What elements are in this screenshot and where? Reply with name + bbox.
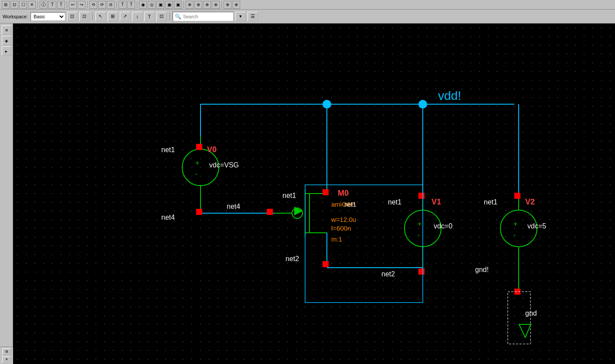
svg-text:M0: M0	[338, 189, 349, 197]
svg-text:net4: net4	[161, 214, 175, 221]
port-v1-top	[418, 193, 425, 199]
tb2-btn-3[interactable]: ↗	[120, 12, 130, 21]
sep3	[87, 1, 88, 8]
sep2	[67, 1, 67, 8]
svg-text:vdc=5: vdc=5	[527, 222, 546, 230]
workspace-select[interactable]: Basic	[31, 12, 65, 21]
tb-icon-2[interactable]: ⊡	[10, 1, 18, 9]
port-net4-left	[196, 209, 202, 215]
tb2-btn-1[interactable]: ⊡	[67, 12, 78, 21]
tb-icon-20[interactable]: ⊕	[224, 1, 231, 9]
svg-text:net1: net1	[282, 192, 296, 199]
tb-icon-15[interactable]: ▣	[174, 1, 182, 9]
search-icon: 🔍	[175, 14, 181, 20]
sep7	[221, 1, 222, 8]
left-btn-close[interactable]: ✕	[2, 25, 11, 35]
port-v0-top	[196, 144, 202, 150]
search-input[interactable]	[183, 14, 227, 19]
tb2-btn-select[interactable]: ↖	[95, 12, 106, 21]
port-net4-right	[267, 209, 273, 215]
sep1	[37, 1, 38, 8]
svg-text:net1: net1	[388, 198, 401, 206]
search-box: 🔍	[173, 12, 234, 21]
mosfet-boundary-box	[305, 185, 423, 303]
tb2-btn-5[interactable]: ⊡	[156, 12, 167, 21]
svg-text:-: -	[418, 231, 420, 238]
tb2-btn-2[interactable]: ⊡	[79, 12, 90, 21]
tb-icon-21[interactable]: ⊕	[232, 1, 240, 9]
tb-icon-11[interactable]: ◉	[139, 1, 147, 9]
svg-text:gnd: gnd	[525, 310, 537, 317]
svg-text:net2: net2	[381, 270, 395, 278]
svg-text:net4: net4	[227, 203, 240, 210]
svg-text:V0: V0	[207, 145, 217, 154]
workspace-label: Workspace:	[3, 14, 28, 19]
tb-icon-16[interactable]: ⊕	[186, 1, 194, 9]
junction-left	[323, 100, 331, 109]
toolbar-second: Workspace: Basic ⊡ ⊡ ↖ ⊞ ↗ ↕ T ⊡ 🔍 ▾ ☰	[0, 10, 615, 24]
port-m0-drain	[323, 189, 329, 195]
left-panel: ✕ ◈ ▸	[0, 24, 13, 364]
port-v1-bottom	[418, 269, 425, 275]
junction-right	[418, 100, 427, 109]
tb-icon-6[interactable]: T	[48, 1, 56, 9]
svg-text:vdc=0: vdc=0	[434, 222, 452, 230]
svg-text:gnd!: gnd!	[475, 266, 489, 273]
tb2-btn-move[interactable]: ⊞	[108, 12, 118, 21]
tb-icon-3[interactable]: ☐	[19, 1, 27, 9]
status-btn-1[interactable]: ⊞	[2, 348, 11, 355]
svg-text:m:1: m:1	[331, 235, 342, 243]
tb-icon-undo[interactable]: ↩	[69, 1, 77, 9]
tb-icon-19[interactable]: ⊕	[212, 1, 220, 9]
svg-text:+: +	[418, 220, 421, 228]
sep6	[183, 1, 184, 8]
svg-text:net1: net1	[484, 198, 497, 206]
tb-icon-13[interactable]: ▣	[156, 1, 164, 9]
svg-text:+: +	[195, 159, 199, 167]
left-btn-1[interactable]: ◈	[2, 36, 11, 45]
search-dropdown[interactable]: ▾	[235, 12, 246, 21]
port-v2-top	[514, 193, 520, 199]
svg-text:-: -	[513, 231, 516, 238]
tb-icon-14[interactable]: ▣	[165, 1, 173, 9]
svg-text:net1: net1	[161, 146, 175, 153]
tb-icon-12[interactable]: ◎	[148, 1, 156, 9]
svg-text:vdc=VSG: vdc=VSG	[209, 161, 239, 169]
tb2-btn-text[interactable]: T	[144, 12, 155, 21]
tb-icon-5[interactable]: ⓘ	[40, 1, 48, 9]
sep5	[137, 1, 137, 8]
tb-icon-1[interactable]: ⊞	[2, 1, 10, 9]
tb-icon-4[interactable]: ✕	[28, 1, 36, 9]
tb-icon-18[interactable]: ⊕	[203, 1, 211, 9]
left-btn-2[interactable]: ▸	[2, 46, 11, 56]
svg-text:net1: net1	[344, 201, 356, 208]
svg-text:V2: V2	[525, 197, 535, 206]
tb-icon-T2[interactable]: T	[127, 1, 135, 9]
svg-text:V1: V1	[432, 197, 441, 206]
sep4	[116, 1, 117, 8]
status-bottom-left: ⊞ ✕	[0, 347, 13, 364]
gnd-box	[508, 292, 530, 344]
tb-icon-10[interactable]: ⊘	[107, 1, 115, 9]
svg-text:net2: net2	[285, 255, 299, 262]
tb-icon-9[interactable]: ⟳	[98, 1, 106, 9]
svg-text:-: -	[195, 170, 197, 177]
svg-text:l=600n: l=600n	[331, 225, 351, 232]
tb-icon-redo[interactable]: ↪	[78, 1, 85, 9]
port-m0-source	[323, 261, 329, 267]
tb-icon-8[interactable]: ⟲	[89, 1, 97, 9]
schematic-svg: vdd! + - V0 vdc=VSG net1 net4 net4	[13, 24, 615, 364]
canvas[interactable]: vdd! + - V0 vdc=VSG net1 net4 net4	[13, 24, 615, 364]
status-btn-2[interactable]: ✕	[2, 356, 11, 363]
svg-text:w=12.0u: w=12.0u	[331, 216, 356, 223]
gnd-triangle	[519, 324, 531, 337]
sep9	[170, 13, 170, 20]
tb-icon-7[interactable]: T	[57, 1, 65, 9]
tb2-btn-4[interactable]: ↕	[132, 12, 143, 21]
sep8	[92, 13, 93, 20]
tb-icon-17[interactable]: ⊕	[194, 1, 202, 9]
tb2-btn-6[interactable]: ☰	[248, 12, 258, 21]
toolbar-top: ⊞ ⊡ ☐ ✕ ⓘ T T ↩ ↪ ⟲ ⟳ ⊘ T T ◉ ◎ ▣ ▣ ▣ ⊕ …	[0, 0, 615, 10]
svg-text:+: +	[513, 220, 517, 228]
tb-icon-T1[interactable]: T	[119, 1, 126, 9]
